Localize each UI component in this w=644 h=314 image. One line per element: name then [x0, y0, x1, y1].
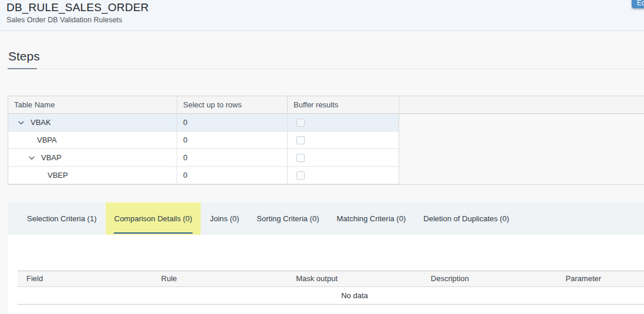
table-row[interactable]: VBEP0 [8, 167, 399, 184]
buffer-results-checkbox[interactable] [296, 136, 305, 144]
edit-button[interactable]: Edit [632, 0, 644, 8]
steps-section-title: Steps [8, 49, 40, 63]
comparison-details-table: Field Rule Mask output Description Param… [18, 271, 644, 305]
table-row[interactable]: VBAK0 [8, 114, 399, 131]
tab-deletion-of-duplicates[interactable]: Deletion of Duplicates (0) [414, 202, 518, 235]
buffer-results-cell [288, 149, 399, 166]
no-data-message: No data [18, 287, 644, 305]
steps-tree-table: Table Name Select up to rows Buffer resu… [8, 96, 644, 184]
column-header-buffer-results: Buffer results [288, 96, 399, 113]
tab-matching-criteria[interactable]: Matching Criteria (0) [328, 202, 415, 235]
buffer-results-checkbox[interactable] [296, 171, 305, 180]
select-up-to-rows-cell: 0 [177, 114, 288, 131]
table-name-label: VBAK [31, 114, 51, 131]
table-row[interactable]: VBPA0 [8, 131, 399, 149]
tab-joins[interactable]: Joins (0) [201, 202, 248, 235]
table-name-cell: VBEP [8, 167, 177, 184]
page: DB_RULE_SALES_ORDER Sales Order DB Valid… [0, 0, 644, 314]
page-subtitle: Sales Order DB Validation Rulesets [6, 16, 122, 24]
column-header-table-name: Table Name [8, 96, 177, 113]
column-header-select-up-to-rows: Select up to rows [177, 96, 288, 113]
buffer-results-checkbox[interactable] [296, 119, 305, 127]
steps-table-body: VBAK0VBPA0VBAP0VBEP0 [8, 114, 399, 184]
select-up-to-rows-cell: 0 [177, 149, 288, 166]
steps-anchor-underline [8, 68, 37, 69]
icon-tab-bar: Selection Criteria (1)Comparison Details… [8, 202, 644, 235]
buffer-results-cell [288, 114, 399, 131]
anchor-bar-divider [8, 69, 644, 69]
column-header-rule: Rule [153, 271, 288, 286]
table-name-cell: VBPA [8, 131, 177, 148]
tab-sorting-criteria[interactable]: Sorting Criteria (0) [248, 202, 328, 235]
chevron-down-icon[interactable] [28, 154, 35, 161]
table-name-cell: VBAK [8, 114, 177, 131]
tab-comparison-details[interactable]: Comparison Details (0) [106, 202, 201, 235]
select-up-to-rows-cell: 0 [177, 131, 288, 148]
chevron-down-icon[interactable] [18, 119, 25, 126]
column-header-parameter: Parameter [557, 271, 644, 286]
column-header-field: Field [18, 271, 153, 286]
column-header-empty [399, 96, 644, 113]
details-table-header: Field Rule Mask output Description Param… [18, 271, 644, 287]
steps-table-bottom-border [8, 184, 644, 185]
table-row[interactable]: VBAP0 [8, 149, 399, 167]
table-name-cell: VBAP [8, 149, 177, 166]
column-header-mask-output: Mask output [287, 271, 422, 286]
select-up-to-rows-cell: 0 [177, 167, 288, 184]
steps-table-header: Table Name Select up to rows Buffer resu… [8, 96, 644, 114]
tab-selection-criteria[interactable]: Selection Criteria (1) [18, 202, 106, 235]
table-name-label: VBPA [37, 131, 57, 148]
object-header: DB_RULE_SALES_ORDER Sales Order DB Valid… [0, 0, 644, 31]
details-panel: Selection Criteria (1)Comparison Details… [8, 202, 644, 314]
buffer-results-checkbox[interactable] [296, 154, 305, 162]
page-title: DB_RULE_SALES_ORDER [6, 1, 149, 14]
column-header-description: Description [422, 271, 557, 286]
table-name-label: VBEP [48, 167, 68, 184]
buffer-results-cell [288, 167, 399, 184]
table-name-label: VBAP [41, 149, 62, 166]
buffer-results-cell [288, 131, 399, 148]
